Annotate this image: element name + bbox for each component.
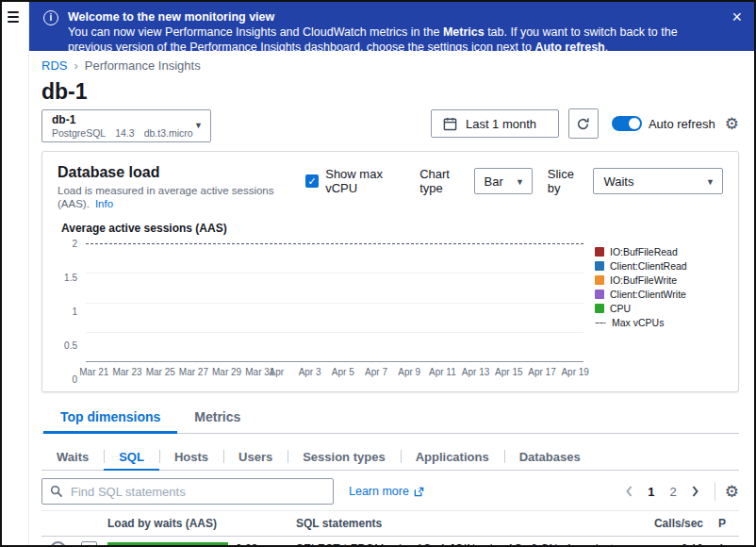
bar-apr-10[interactable] [417, 244, 433, 362]
side-nav-rail [2, 2, 29, 545]
bar-apr-7[interactable] [368, 244, 384, 362]
tab-applications[interactable]: Applications [401, 443, 504, 470]
chart-type-group: Chart type Bar ▼ [419, 167, 533, 195]
main-content: RDS › Performance Insights db-1 db-1 Pos… [28, 51, 754, 545]
bar-apr-8[interactable] [384, 244, 400, 362]
search-input[interactable] [41, 478, 334, 505]
external-link-icon [414, 487, 424, 497]
bar-apr-17[interactable] [533, 244, 549, 362]
page-1-button[interactable]: 1 [641, 483, 661, 501]
show-max-vcpu-label: Show max vCPU [325, 167, 404, 195]
bar-apr-13[interactable] [467, 244, 483, 362]
calls-per-sec-value: 0.10 [637, 542, 711, 547]
bar-apr-3[interactable] [302, 244, 318, 362]
settings-gear-icon[interactable]: ⚙ [725, 116, 739, 132]
row-radio[interactable] [50, 541, 66, 547]
chart: 00.511.52 Mar 21Mar 23Mar 25Mar 27Mar 29… [58, 244, 723, 380]
x-tick-label: Mar 25 [146, 367, 175, 377]
bar-mar-24[interactable] [137, 244, 153, 362]
bar-mar-26[interactable] [170, 244, 186, 362]
row-expand-button[interactable]: + [81, 541, 97, 547]
next-page-button[interactable] [685, 484, 705, 499]
x-tick-label: Apr 13 [462, 367, 489, 377]
bar-mar-21[interactable] [88, 244, 104, 362]
tab-databases[interactable]: Databases [504, 443, 596, 470]
calendar-icon [443, 117, 457, 131]
instance-class: db.t3.micro [144, 127, 193, 139]
auto-refresh-toggle[interactable] [612, 116, 642, 131]
bar-apr-11[interactable] [434, 244, 450, 362]
previous-page-button[interactable] [619, 484, 639, 499]
info-link[interactable]: Info [95, 198, 113, 209]
chart-type-label: Chart type [419, 167, 466, 195]
bar-apr-19[interactable] [566, 244, 582, 362]
bar-mar-27[interactable] [187, 244, 203, 362]
banner-bold-metrics: Metrics [443, 25, 485, 39]
bar-mar-29[interactable] [220, 244, 236, 362]
instance-name: db-1 [52, 113, 189, 126]
tab-sql[interactable]: SQL [104, 443, 159, 470]
y-axis: 00.511.52 [58, 244, 86, 380]
bar-apr-1[interactable] [269, 244, 285, 362]
page-2-button[interactable]: 2 [664, 483, 683, 501]
tab-users[interactable]: Users [223, 443, 288, 470]
x-tick-label: Mar 21 [79, 367, 108, 377]
legend-label: Max vCPUs [612, 317, 664, 328]
tab-top-dimensions[interactable]: Top dimensions [43, 400, 177, 433]
show-max-vcpu-checkbox[interactable]: ✓ [305, 174, 319, 188]
bar-apr-4[interactable] [319, 244, 335, 362]
bar-apr-2[interactable] [286, 244, 302, 362]
x-tick-label: Apr 7 [365, 367, 387, 377]
bar-mar-22[interactable] [104, 244, 120, 362]
legend-item-client-clientread: Client:ClientRead [595, 260, 723, 272]
breadcrumb-rds-link[interactable]: RDS [41, 58, 67, 74]
tab-waits[interactable]: Waits [41, 443, 104, 470]
bar-apr-18[interactable] [549, 244, 565, 362]
column-load-by-waits: Load by waits (AAS) [100, 517, 288, 530]
sql-filter-row: Learn more 1 2 ⚙ [41, 478, 739, 505]
x-tick-label: Apr 15 [495, 367, 522, 377]
legend-color-swatch [595, 275, 604, 285]
banner-body-text: . [605, 41, 608, 54]
learn-more-link[interactable]: Learn more [349, 485, 424, 498]
legend-item-max-vcpus: Max vCPUs [595, 317, 723, 328]
auto-refresh-label: Auto refresh [649, 117, 715, 131]
tab-metrics[interactable]: Metrics [177, 400, 257, 433]
table-settings-gear-icon[interactable]: ⚙ [725, 484, 739, 500]
close-icon[interactable]: × [731, 8, 742, 25]
time-range-button[interactable]: Last 1 month [431, 109, 559, 138]
instance-selector-dropdown[interactable]: db-1 PostgreSQL 14.3 db.t3.micro ▼ [41, 109, 211, 142]
column-sql-statements: SQL statements [288, 517, 637, 530]
breadcrumb: RDS › Performance Insights [41, 58, 739, 74]
x-tick-label: Mar 23 [112, 367, 141, 377]
bar-apr-12[interactable] [450, 244, 466, 362]
bar-apr-15[interactable] [500, 244, 516, 362]
bar-apr-6[interactable] [352, 244, 368, 362]
sql-statement[interactable]: SELECT * FROM sales AS s1 JOIN sales AS … [288, 542, 637, 547]
tab-session-types[interactable]: Session types [288, 443, 400, 470]
x-tick-label: Apr 5 [332, 367, 354, 377]
bar-apr-5[interactable] [335, 244, 351, 362]
bar-mar-31[interactable] [253, 244, 269, 362]
instance-engine: PostgreSQL [52, 127, 106, 139]
bar-apr-16[interactable] [516, 244, 532, 362]
banner-bold-auto-refresh: Auto refresh [534, 41, 604, 54]
y-tick-label: 2 [72, 240, 77, 249]
slice-by-select[interactable]: Waits ▼ [593, 168, 723, 194]
menu-icon[interactable] [8, 11, 23, 23]
bar-mar-28[interactable] [203, 244, 219, 362]
legend-item-io-buffileread: IO:BufFileRead [595, 246, 723, 257]
chart-type-select[interactable]: Bar ▼ [474, 168, 533, 194]
banner-body-text: You can now view Performance Insights an… [68, 25, 443, 39]
bar-mar-23[interactable] [121, 244, 137, 362]
legend-label: CPU [610, 303, 631, 314]
legend-dash-swatch [595, 323, 606, 323]
bar-mar-25[interactable] [154, 244, 170, 362]
legend-color-swatch [595, 304, 604, 313]
refresh-button[interactable] [568, 108, 599, 139]
sql-statements-table: Load by waits (AAS) SQL statements Calls… [41, 510, 739, 547]
bar-apr-14[interactable] [483, 244, 499, 362]
tab-hosts[interactable]: Hosts [159, 443, 223, 470]
bar-mar-30[interactable] [236, 244, 252, 362]
bar-apr-9[interactable] [401, 244, 417, 362]
